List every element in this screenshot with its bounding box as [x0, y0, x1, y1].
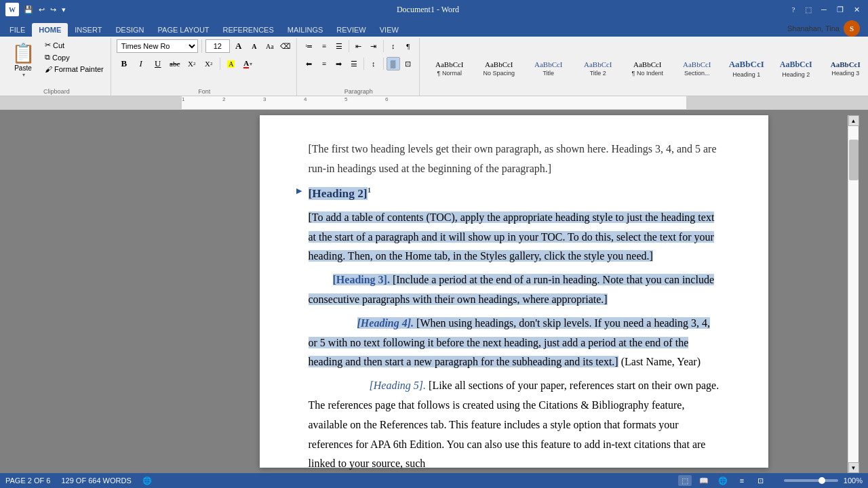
sort-button[interactable]: ↕	[387, 39, 400, 53]
zoom-slider[interactable]	[784, 479, 838, 482]
strikethrough-button[interactable]: abc	[167, 57, 182, 70]
tab-file[interactable]: FILE	[3, 23, 32, 37]
ruler: 1 2 3 4 5 6	[0, 96, 868, 110]
tab-insert[interactable]: INSERT	[68, 23, 108, 37]
tab-view[interactable]: VIEW	[373, 23, 406, 37]
align-right-button[interactable]: ➡	[332, 57, 346, 70]
help-button[interactable]: ?	[788, 4, 799, 15]
tab-review[interactable]: REVIEW	[330, 23, 372, 37]
style-nospacing-preview: AaBbCcI	[485, 60, 513, 68]
page-indicator: PAGE 2 OF 6	[5, 476, 50, 485]
borders-button[interactable]: ⊡	[401, 57, 415, 70]
shading-button[interactable]: ▒	[387, 57, 400, 70]
bold-button[interactable]: B	[117, 57, 132, 70]
decrease-font-size-button[interactable]: A	[248, 39, 261, 53]
heading3-paragraph: [Heading 3]. [Include a period at the en…	[309, 270, 719, 310]
copy-button[interactable]: ⧉ Copy	[42, 52, 106, 63]
page-status: PAGE 2 OF 6	[5, 476, 50, 485]
numbering-button[interactable]: ≡	[317, 39, 331, 53]
font-color-button[interactable]: A ▾	[241, 57, 256, 70]
outline-view-button[interactable]: ≡	[735, 475, 749, 486]
scroll-track[interactable]	[848, 126, 859, 462]
heading4-paragraph: [Heading 4]. [When using headings, don't…	[309, 314, 719, 372]
para-sep3	[363, 58, 364, 70]
save-button[interactable]: 💾	[22, 5, 35, 15]
font-size-input[interactable]	[205, 39, 230, 53]
align-left-button[interactable]: ⬅	[302, 57, 316, 70]
citation4: (Last Name, Year)	[621, 356, 701, 367]
para-sep4	[383, 58, 384, 70]
style-nospacing-label: No Spacing	[483, 70, 515, 77]
style-heading2[interactable]: AaBbCcI Heading 2	[772, 48, 821, 89]
web-layout-button[interactable]: 🌐	[716, 475, 730, 486]
ribbon-tab-bar: FILE HOME INSERT DESIGN PAGE LAYOUT REFE…	[0, 19, 868, 37]
clipboard-controls: 📋 Paste ▾ ✂ Cut ⧉ Copy 🖌 Format Painter	[7, 39, 106, 87]
tab-page-layout[interactable]: PAGE LAYOUT	[151, 23, 216, 37]
tab-home[interactable]: HOME	[32, 23, 68, 37]
heading2-superscript: 1	[368, 186, 371, 194]
customize-quick-access[interactable]: ▾	[60, 5, 68, 15]
format-painter-button[interactable]: 🖌 Format Painter	[42, 64, 106, 75]
style-heading1[interactable]: AaBbCcI Heading 1	[722, 48, 771, 89]
style-heading3[interactable]: AaBbCcI Heading 3	[821, 48, 868, 89]
quick-access-toolbar: 💾 ↩ ↪ ▾	[22, 5, 68, 15]
draft-view-button[interactable]: ⊡	[754, 475, 768, 486]
scroll-thumb[interactable]	[849, 140, 859, 180]
style-noindent-preview: AaBbCcI	[633, 60, 662, 68]
paste-button[interactable]: 📋 Paste ▾	[7, 39, 39, 80]
undo-button[interactable]: ↩	[37, 5, 47, 15]
font-group: Times New Ro A A Aa ⌫ B I U abc X2 X2 A	[113, 38, 297, 96]
style-normal[interactable]: AaBbCcI ¶ Normal	[425, 48, 474, 89]
clipboard-group: 📋 Paste ▾ ✂ Cut ⧉ Copy 🖌 Format Painter	[3, 38, 111, 96]
user-name: Shanahan, Tina	[787, 24, 840, 33]
cut-button[interactable]: ✂ Cut	[42, 39, 106, 51]
style-title2[interactable]: AaBbCcI Title 2	[574, 48, 623, 89]
tab-mailings[interactable]: MAILINGS	[281, 23, 330, 37]
print-layout-view-button[interactable]: ⬚	[678, 475, 692, 486]
justify-button[interactable]: ☰	[347, 57, 361, 70]
center-button[interactable]: ≡	[317, 57, 331, 70]
font-sep1	[201, 39, 202, 53]
scroll-down-button[interactable]: ▼	[848, 462, 859, 473]
increase-font-size-button[interactable]: A	[232, 39, 245, 53]
main-area: [The first two heading levels get their …	[0, 110, 868, 473]
close-button[interactable]: ✕	[850, 3, 863, 16]
redo-button[interactable]: ↪	[48, 5, 58, 15]
increase-indent-button[interactable]: ⇥	[367, 39, 380, 53]
fold-indicator[interactable]: ▶	[296, 184, 302, 198]
change-case-button[interactable]: Aa	[263, 39, 277, 53]
style-no-indent[interactable]: AaBbCcI ¶ No Indent	[623, 48, 672, 89]
style-no-spacing[interactable]: AaBbCcI No Spacing	[475, 48, 524, 89]
font-color-dropdown[interactable]: ▾	[250, 61, 252, 67]
text-highlight-button[interactable]: A	[224, 57, 239, 70]
document[interactable]: [The first two heading levels get their …	[260, 115, 768, 468]
decrease-indent-button[interactable]: ⇤	[352, 39, 366, 53]
multilevel-list-button[interactable]: ☰	[332, 39, 346, 53]
clear-formatting-button[interactable]: ⌫	[279, 39, 292, 53]
subscript-button[interactable]: X2	[184, 57, 199, 70]
style-title[interactable]: AaBbCcI Title	[524, 48, 573, 89]
line-spacing-button[interactable]: ↕	[367, 57, 380, 70]
paste-dropdown[interactable]: ▾	[22, 72, 25, 78]
zoom-thumb[interactable]	[818, 477, 825, 484]
underline-button[interactable]: U	[151, 57, 165, 70]
minimize-button[interactable]: ─	[818, 3, 830, 16]
style-title-preview: AaBbCcI	[534, 60, 563, 68]
restore-button[interactable]: ❐	[834, 3, 846, 16]
user-area: Shanahan, Tina S	[782, 20, 865, 37]
font-format-row: B I U abc X2 X2 A A ▾	[117, 57, 256, 70]
tab-references[interactable]: REFERENCES	[216, 23, 281, 37]
superscript-button[interactable]: X2	[201, 57, 216, 70]
italic-button[interactable]: I	[134, 57, 149, 70]
ruler-mark-1: 2	[222, 96, 225, 102]
show-hide-button[interactable]: ¶	[401, 39, 415, 53]
bullets-button[interactable]: ≔	[302, 39, 316, 53]
tab-design[interactable]: DESIGN	[108, 23, 151, 37]
ribbon-display[interactable]: ⬚	[803, 4, 814, 15]
font-name-row: Times New Ro A A Aa ⌫	[117, 39, 292, 53]
font-name-select[interactable]: Times New Ro	[117, 39, 198, 53]
style-section[interactable]: AaBbCcI Section...	[673, 48, 722, 89]
scroll-up-button[interactable]: ▲	[848, 115, 859, 126]
read-mode-button[interactable]: 📖	[697, 475, 711, 486]
left-panel	[0, 110, 180, 473]
